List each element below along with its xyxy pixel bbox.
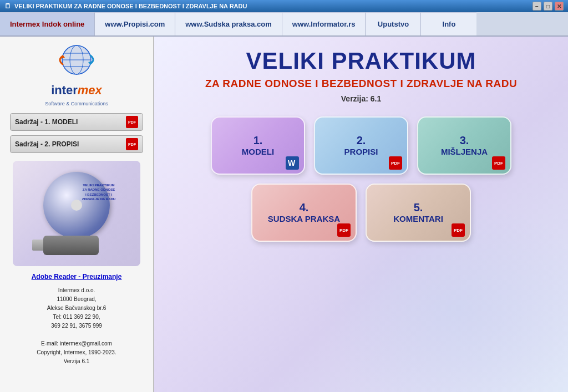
btn-propisi-label: PROPISI <box>344 147 378 156</box>
content-area: VELIKI PRAKTIKUM ZA RADNE ODNOSE I BEZBE… <box>154 37 568 392</box>
logo-mex: mex <box>78 83 102 97</box>
logo-inter: inter <box>51 83 78 97</box>
disc-text: VELIKI PRAKTIKUMZA RADNE ODNOSEI BEZBEDN… <box>68 183 129 202</box>
main-title: VELIKI PRAKTIKUM <box>171 48 551 74</box>
usb-body <box>43 236 99 255</box>
logo-sub: Software & Communications <box>45 101 108 106</box>
pdf-icon-sudska: PDF <box>337 223 351 237</box>
minimize-button[interactable]: − <box>532 2 541 11</box>
sub-title: ZA RADNE ODNOSE I BEZBEDNOST I ZDRAVLJE … <box>171 78 551 90</box>
pdf-icon-1: PDF <box>126 116 138 128</box>
adobe-reader-link[interactable]: Adobe Reader - Preuzimanje <box>32 273 122 281</box>
sidebar: intermex Software & Communications Sadrž… <box>0 37 154 392</box>
category-buttons-grid: 1. MODELI W 2. PROPISI PDF <box>171 116 551 242</box>
pdf-icon-propisi: PDF <box>388 156 403 170</box>
btn-komentari[interactable]: 5. KOMENTARI PDF <box>366 184 471 242</box>
btn-sudska-praksa[interactable]: 4. SUDSKA PRAKSA PDF <box>251 184 357 242</box>
tab-informator[interactable]: www.Informator.rs <box>282 12 366 35</box>
logo-area: intermex Software & Communications <box>45 42 108 108</box>
pdf-icon-komentari: PDF <box>451 223 465 237</box>
usb-image <box>32 227 104 255</box>
main-layout: intermex Software & Communications Sadrž… <box>0 37 568 392</box>
tab-intermex-indok[interactable]: Intermex Indok online <box>0 12 95 35</box>
btn-misljenja[interactable]: 3. MIŠLJENJA PDF <box>417 116 511 175</box>
nav-tabs: Intermex Indok online www.Propisi.com ww… <box>0 12 568 37</box>
word-icon: W <box>285 156 300 170</box>
tab-sudska-praksa[interactable]: www.Sudska praksa.com <box>175 12 282 35</box>
app-icon: 🗒 <box>4 2 11 10</box>
maximize-button[interactable]: □ <box>544 2 552 11</box>
sadrzaj-modeli-label: Sadržaj - 1. MODELI <box>15 118 78 126</box>
btn-modeli-label: MODELI <box>242 147 274 156</box>
buttons-row-2: 4. SUDSKA PRAKSA PDF 5. KOMENTARI PDF <box>251 184 471 242</box>
svg-text:W: W <box>288 159 296 167</box>
tab-uputstvo[interactable]: Uputstvo <box>366 12 421 35</box>
btn-komentari-number: 5. <box>414 202 423 213</box>
tab-propisi[interactable]: www.Propisi.com <box>95 12 175 35</box>
title-bar-text: VELIKI PRAKTIKUM ZA RADNE ODNOSE I BEZBE… <box>14 3 247 9</box>
btn-sudska-label: SUDSKA PRAKSA <box>268 214 340 223</box>
btn-komentari-label: KOMENTARI <box>393 214 443 223</box>
close-button[interactable]: ✕ <box>555 2 564 11</box>
btn-misljenja-number: 3. <box>460 135 469 146</box>
sadrzaj-propisi-button[interactable]: Sadržaj - 2. PROPISI PDF <box>10 135 143 153</box>
logo-text: intermex Software & Communications <box>45 83 108 108</box>
logo-svg <box>54 42 99 81</box>
btn-misljenja-label: MIŠLJENJA <box>441 147 488 156</box>
sadrzaj-propisi-label: Sadržaj - 2. PROPISI <box>15 140 79 148</box>
btn-propisi[interactable]: 2. PROPISI PDF <box>314 116 408 175</box>
sadrzaj-modeli-button[interactable]: Sadržaj - 1. MODELI PDF <box>10 113 143 131</box>
company-info: Intermex d.o.o. 11000 Beograd, Alekse Ba… <box>37 286 116 366</box>
btn-modeli[interactable]: 1. MODELI W <box>211 116 305 175</box>
title-bar: 🗒 VELIKI PRAKTIKUM ZA RADNE ODNOSE I BEZ… <box>0 0 568 12</box>
btn-modeli-number: 1. <box>253 135 263 146</box>
btn-propisi-number: 2. <box>357 135 366 146</box>
version-text: Verzija: 6.1 <box>171 94 551 103</box>
tab-info[interactable]: Info <box>421 12 476 35</box>
buttons-row-1: 1. MODELI W 2. PROPISI PDF <box>211 116 511 175</box>
pdf-icon-2: PDF <box>126 138 138 150</box>
product-image: VELIKI PRAKTIKUMZA RADNE ODNOSEI BEZBEDN… <box>13 161 140 266</box>
pdf-icon-misljenja: PDF <box>491 156 506 170</box>
btn-sudska-number: 4. <box>300 202 309 213</box>
